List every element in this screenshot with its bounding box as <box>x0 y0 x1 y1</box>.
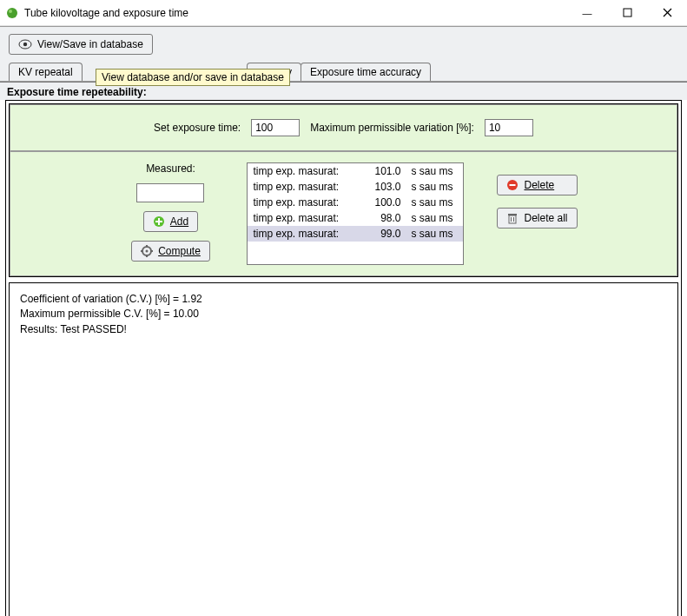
result-status: Results: Test PASSED! <box>20 322 667 337</box>
svg-rect-19 <box>508 214 517 215</box>
max-variation-label: Maximum permissible variation [%]: <box>310 122 474 134</box>
add-label: Add <box>170 215 188 228</box>
compute-button[interactable]: Compute <box>131 241 210 262</box>
list-item[interactable]: timp exp. masurat:103.0s sau ms <box>248 179 463 195</box>
list-item[interactable]: timp exp. masurat:100.0s sau ms <box>248 195 463 210</box>
list-item[interactable]: timp exp. masurat:99.0s sau ms <box>248 226 463 242</box>
measurements-list[interactable]: timp exp. masurat:101.0s sau mstimp exp.… <box>247 162 464 265</box>
delete-label: Delete <box>524 179 554 191</box>
result-cv: Coefficient of variation (C.V.) [%] = 1.… <box>20 292 667 307</box>
view-save-label: View/Save in database <box>37 38 143 50</box>
svg-rect-18 <box>509 215 516 223</box>
tab-exposure-time-accuracy[interactable]: Exposure time accuracy <box>301 63 431 81</box>
svg-point-1 <box>9 10 12 13</box>
tooltip: View database and/or save in database <box>96 69 290 86</box>
toolbar: View/Save in database KV repeatal ccurac… <box>0 26 687 82</box>
view-save-button[interactable]: View/Save in database <box>9 34 153 55</box>
close-button[interactable] <box>647 0 687 26</box>
svg-rect-2 <box>624 9 631 17</box>
measured-panel: Measured: Add <box>10 151 677 276</box>
plus-icon <box>153 215 165 228</box>
measured-label: Measured: <box>146 162 195 175</box>
titlebar: Tube kilovoltage and exposure time — <box>0 0 687 26</box>
delete-button[interactable]: Delete <box>497 175 577 195</box>
delete-all-label: Delete all <box>524 212 567 224</box>
list-item[interactable]: timp exp. masurat:101.0s sau ms <box>248 163 463 179</box>
tab-kv-repeatability[interactable]: KV repeatal <box>9 63 83 81</box>
result-max: Maximum permissible C.V. [%] = 10.00 <box>20 307 667 321</box>
eye-icon <box>18 39 32 50</box>
maximize-button[interactable] <box>607 0 647 26</box>
window-title: Tube kilovoltage and exposure time <box>24 7 567 19</box>
inputs-panel: Set exposure time: Maximum permissible v… <box>9 103 678 277</box>
max-variation-input[interactable] <box>485 119 533 136</box>
delete-icon <box>506 179 519 191</box>
gear-icon <box>141 245 153 257</box>
app-icon <box>5 6 19 20</box>
set-exposure-input[interactable] <box>251 119 300 136</box>
set-exposure-label: Set exposure time: <box>154 122 241 134</box>
svg-point-0 <box>7 8 17 18</box>
list-item[interactable]: timp exp. masurat:98.0s sau ms <box>248 210 463 226</box>
results-area: Coefficient of variation (C.V.) [%] = 1.… <box>9 282 678 616</box>
svg-rect-17 <box>510 184 516 186</box>
trash-icon <box>506 212 519 224</box>
set-panel: Set exposure time: Maximum permissible v… <box>10 104 677 151</box>
compute-label: Compute <box>158 245 201 257</box>
delete-all-button[interactable]: Delete all <box>497 208 577 229</box>
svg-point-6 <box>23 43 27 46</box>
content-area: Set exposure time: Maximum permissible v… <box>5 100 682 616</box>
measured-input[interactable] <box>136 183 204 202</box>
svg-point-11 <box>146 250 149 253</box>
add-button[interactable]: Add <box>143 211 198 232</box>
svg-rect-9 <box>155 221 162 222</box>
minimize-button[interactable]: — <box>567 0 607 26</box>
